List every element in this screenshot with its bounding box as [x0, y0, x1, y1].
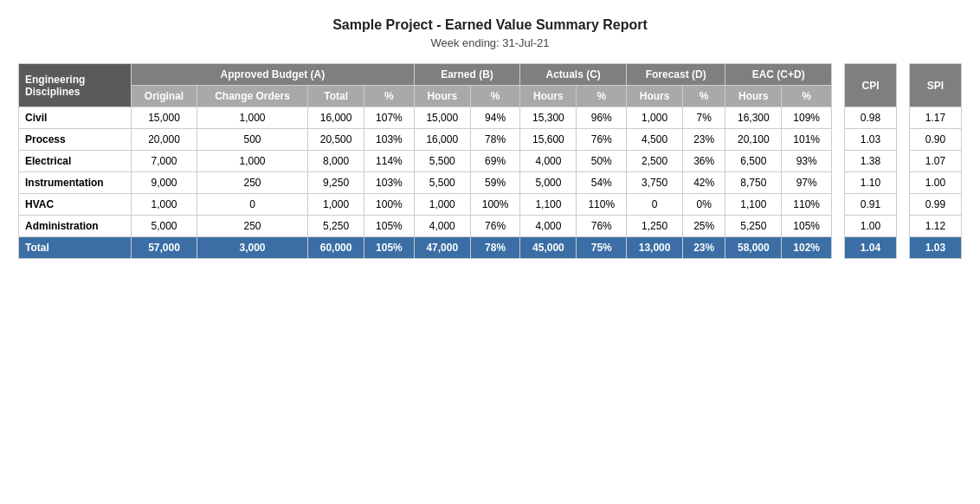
cell-ab-original: 9,000 [132, 172, 197, 194]
cell-ab-pct: 103% [364, 172, 415, 194]
total-eac-hours: 58,000 [725, 237, 782, 259]
earned-value-table: Engineering Disciplines Approved Budget … [18, 63, 962, 259]
cell-ab-total: 9,250 [308, 172, 364, 194]
cell-cpi: 0.98 [845, 107, 897, 129]
cell-actual-pct: 76% [577, 129, 627, 151]
cell-forecast-hours: 2,500 [627, 151, 683, 172]
cell-spi: 1.00 [910, 172, 962, 194]
cell-actual-hours: 1,100 [520, 194, 577, 216]
cell-ab-total: 1,000 [308, 194, 364, 216]
table-row: Process20,00050020,500103%16,00078%15,60… [19, 129, 962, 151]
cell-earned-hours: 16,000 [414, 129, 470, 151]
cell-spi: 1.12 [910, 216, 962, 237]
cell-eac-hours: 1,100 [725, 194, 782, 216]
cell-earned-hours: 5,500 [414, 172, 470, 194]
cell-earned-hours: 5,500 [414, 151, 470, 172]
cell-earned-pct: 69% [470, 151, 520, 172]
total-ab-pct: 105% [364, 237, 415, 259]
cell-ab-change: 1,000 [197, 107, 307, 129]
gap [832, 151, 845, 172]
cell-ab-pct: 105% [364, 216, 415, 237]
cell-eac-pct: 93% [782, 151, 832, 172]
cell-actual-pct: 96% [577, 107, 627, 129]
cell-ab-change: 1,000 [197, 151, 307, 172]
cell-earned-pct: 76% [470, 216, 520, 237]
cell-ab-pct: 100% [364, 194, 415, 216]
cell-forecast-hours: 0 [627, 194, 683, 216]
cell-ab-total: 5,250 [308, 216, 364, 237]
report-title: Sample Project - Earned Value Summary Re… [18, 17, 962, 33]
cell-forecast-pct: 7% [683, 107, 725, 129]
report-container: Sample Project - Earned Value Summary Re… [18, 17, 962, 259]
cell-ab-change: 0 [197, 194, 307, 216]
gap-2 [897, 64, 910, 107]
cell-discipline: HVAC [19, 194, 132, 216]
cell-ab-original: 1,000 [132, 194, 197, 216]
cell-eac-pct: 105% [782, 216, 832, 237]
cell-forecast-pct: 36% [683, 151, 725, 172]
cell-discipline: Administration [19, 216, 132, 237]
header-forecast: Forecast (D) [627, 64, 725, 86]
gap [897, 107, 910, 129]
cell-ab-original: 7,000 [132, 151, 197, 172]
header-eac: EAC (C+D) [725, 64, 832, 86]
subheader-total: Total [308, 86, 364, 107]
cell-actual-hours: 15,600 [520, 129, 577, 151]
gap [832, 172, 845, 194]
cell-ab-total: 20,500 [308, 129, 364, 151]
gap-1 [832, 64, 845, 107]
gap [897, 216, 910, 237]
total-cpi: 1.04 [845, 237, 897, 259]
subheader-ab-pct: % [364, 86, 415, 107]
header-approved-budget: Approved Budget (A) [132, 64, 415, 86]
total-eac-pct: 102% [782, 237, 832, 259]
cell-eac-hours: 20,100 [725, 129, 782, 151]
cell-spi: 0.90 [910, 129, 962, 151]
gap [897, 129, 910, 151]
cell-forecast-pct: 25% [683, 216, 725, 237]
cell-eac-hours: 5,250 [725, 216, 782, 237]
gap [832, 194, 845, 216]
cell-actual-hours: 15,300 [520, 107, 577, 129]
subheader-earned-pct: % [470, 86, 520, 107]
cell-actual-pct: 54% [577, 172, 627, 194]
cell-forecast-hours: 1,000 [627, 107, 683, 129]
subheader-forecast-pct: % [683, 86, 725, 107]
cell-ab-total: 8,000 [308, 151, 364, 172]
cell-forecast-pct: 23% [683, 129, 725, 151]
gap [832, 216, 845, 237]
table-row: Administration5,0002505,250105%4,00076%4… [19, 216, 962, 237]
cell-cpi: 1.00 [845, 216, 897, 237]
cell-spi: 1.17 [910, 107, 962, 129]
header-cpi: CPI [845, 64, 897, 107]
table-row: Electrical7,0001,0008,000114%5,50069%4,0… [19, 151, 962, 172]
header-discipline: Engineering Disciplines [19, 64, 132, 107]
total-discipline: Total [19, 237, 132, 259]
cell-eac-pct: 97% [782, 172, 832, 194]
total-ab-total: 60,000 [308, 237, 364, 259]
cell-actual-hours: 4,000 [520, 151, 577, 172]
cell-earned-pct: 59% [470, 172, 520, 194]
subheader-forecast-hours: Hours [627, 86, 683, 107]
gap [897, 172, 910, 194]
total-forecast-hours: 13,000 [627, 237, 683, 259]
cell-cpi: 1.03 [845, 129, 897, 151]
cell-cpi: 0.91 [845, 194, 897, 216]
cell-spi: 0.99 [910, 194, 962, 216]
cell-discipline: Electrical [19, 151, 132, 172]
cell-ab-original: 15,000 [132, 107, 197, 129]
cell-ab-pct: 103% [364, 129, 415, 151]
gap [832, 237, 845, 259]
cell-discipline: Process [19, 129, 132, 151]
report-subtitle: Week ending: 31-Jul-21 [18, 36, 962, 49]
cell-discipline: Civil [19, 107, 132, 129]
cell-actual-pct: 50% [577, 151, 627, 172]
cell-ab-original: 20,000 [132, 129, 197, 151]
total-earned-hours: 47,000 [414, 237, 470, 259]
cell-ab-pct: 114% [364, 151, 415, 172]
total-actual-pct: 75% [577, 237, 627, 259]
subheader-actual-pct: % [577, 86, 627, 107]
subheader-eac-hours: Hours [725, 86, 782, 107]
table-row: Civil15,0001,00016,000107%15,00094%15,30… [19, 107, 962, 129]
cell-eac-hours: 8,750 [725, 172, 782, 194]
